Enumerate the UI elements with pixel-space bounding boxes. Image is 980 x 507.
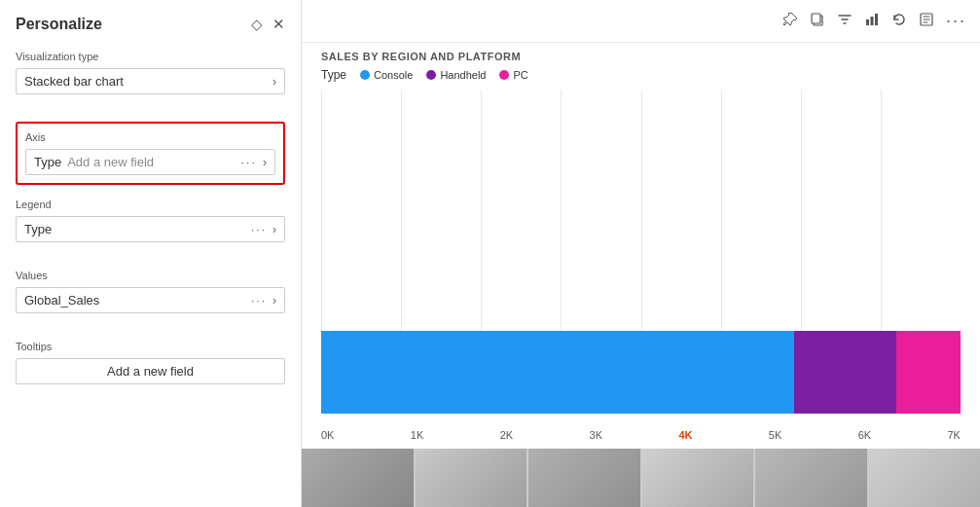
pin-toolbar-icon[interactable] [782, 12, 798, 31]
axis-field-placeholder: Add a new field [67, 155, 235, 169]
x-label-3: 3K [590, 429, 602, 441]
bar-segment-console [321, 331, 794, 414]
handheld-legend-label: Handheld [440, 69, 486, 81]
bar-segment-handheld [794, 331, 896, 414]
more-toolbar-icon[interactable]: ··· [946, 11, 966, 31]
legend-label: Legend [16, 199, 285, 210]
axis-section: Axis Type Add a new field ··· › [16, 122, 285, 185]
legend-item-handheld: Handheld [426, 69, 486, 81]
console-legend-label: Console [374, 69, 413, 81]
x-label-0: 0K [321, 429, 334, 441]
values-field[interactable]: Global_Sales ··· › [16, 287, 285, 313]
axis-field-type: Type [34, 155, 61, 169]
strip-item-4 [642, 449, 754, 507]
legend-type-label: Type [321, 68, 346, 82]
tooltips-section: Tooltips Add a new field [16, 341, 285, 384]
expand-toolbar-icon[interactable] [919, 12, 934, 31]
legend-value: Type [24, 222, 251, 236]
undo-toolbar-icon[interactable] [891, 12, 907, 31]
pc-legend-dot [499, 70, 509, 80]
handheld-legend-dot [426, 70, 436, 80]
stacked-bar-chart [321, 331, 961, 414]
panel-title: Personalize [16, 16, 102, 33]
chart-area: ··· SALES BY REGION AND PLATFORM Type Co… [302, 0, 980, 507]
svg-rect-2 [866, 19, 869, 25]
panel-header: Personalize ◇ ✕ [16, 16, 285, 33]
tooltips-add-field-button[interactable]: Add a new field [16, 358, 285, 384]
visualization-type-value: Stacked bar chart [24, 74, 272, 89]
tooltips-label: Tooltips [16, 341, 285, 352]
legend-item-pc: PC [499, 69, 527, 81]
svg-rect-3 [870, 17, 873, 25]
values-label: Values [16, 270, 285, 281]
svg-rect-1 [812, 14, 820, 23]
close-icon[interactable]: ✕ [272, 16, 285, 33]
legend-field[interactable]: Type ··· › [16, 216, 285, 242]
pin-icon[interactable]: ◇ [251, 16, 263, 33]
x-label-4: 4K [678, 429, 692, 441]
chart-toolbar: ··· [302, 0, 980, 43]
visualization-type-label: Visualization type [16, 51, 285, 62]
pc-legend-label: PC [513, 69, 527, 81]
bottom-image-strip [302, 449, 980, 507]
axis-field-arrow: › [263, 156, 267, 169]
strip-item-1 [302, 449, 414, 507]
panel-header-icons: ◇ ✕ [251, 16, 285, 33]
axis-field-dots[interactable]: ··· [240, 155, 257, 169]
console-legend-dot [360, 70, 370, 80]
axis-label: Axis [25, 131, 275, 143]
legend-dots[interactable]: ··· [251, 223, 267, 236]
chart-header: SALES BY REGION AND PLATFORM [302, 43, 980, 64]
personalize-panel: Personalize ◇ ✕ Visualization type Stack… [0, 0, 302, 507]
legend-arrow: › [272, 223, 276, 236]
x-label-6: 6K [858, 429, 871, 441]
copy-toolbar-icon[interactable] [810, 12, 825, 31]
x-axis: 0K 1K 2K 3K 4K 5K 6K 7K [321, 429, 961, 441]
x-label-5: 5K [769, 429, 781, 441]
legend-section: Legend Type ··· › [16, 199, 285, 256]
filter-toolbar-icon[interactable] [837, 12, 853, 31]
strip-item-2 [416, 449, 527, 507]
visualization-type-field[interactable]: Stacked bar chart › [16, 68, 285, 94]
chart-title: SALES BY REGION AND PLATFORM [321, 51, 961, 62]
values-dots[interactable]: ··· [251, 294, 267, 308]
axis-field-row[interactable]: Type Add a new field ··· › [25, 149, 275, 175]
values-value: Global_Sales [24, 293, 251, 308]
chart-legend: Type Console Handheld PC [302, 64, 980, 90]
chart-body: 0K 1K 2K 3K 4K 5K 6K 7K [302, 90, 980, 449]
legend-item-console: Console [360, 69, 413, 81]
strip-item-3 [528, 449, 640, 507]
x-label-2: 2K [500, 429, 513, 441]
strip-item-6 [869, 449, 981, 507]
chart-toolbar-icon[interactable] [864, 12, 880, 31]
bar-segment-pc [896, 331, 961, 414]
x-label-7: 7K [948, 429, 961, 441]
values-section: Values Global_Sales ··· › [16, 270, 285, 327]
svg-rect-4 [875, 14, 878, 25]
x-label-1: 1K [411, 429, 423, 441]
strip-item-5 [755, 449, 867, 507]
visualization-type-section: Visualization type Stacked bar chart › [16, 51, 285, 108]
values-arrow: › [272, 294, 276, 308]
visualization-type-arrow: › [272, 75, 276, 89]
